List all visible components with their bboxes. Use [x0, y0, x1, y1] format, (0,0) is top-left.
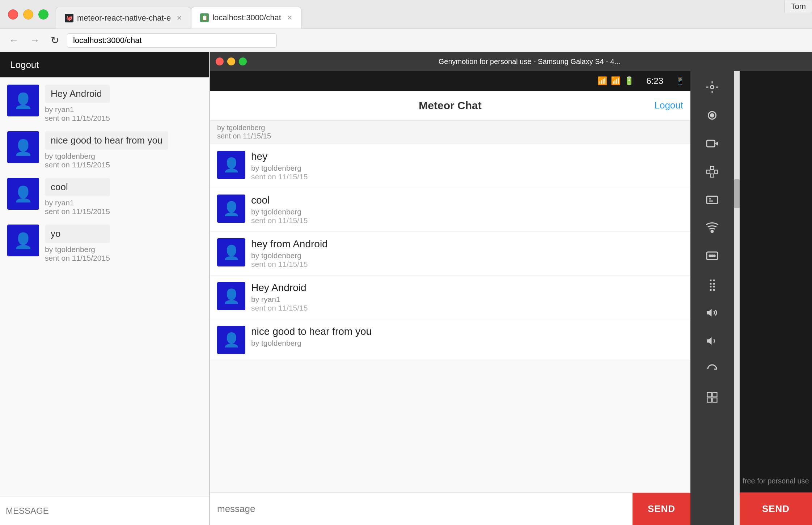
gps-tool[interactable] — [696, 74, 728, 100]
android-message-body: cool by tgoldenberg sent on 11/15/15 — [251, 195, 683, 225]
svg-rect-24 — [713, 393, 717, 397]
android-right-send-button[interactable]: SEND — [740, 492, 812, 525]
minimize-button[interactable] — [23, 9, 33, 20]
android-message-text: Hey Android — [251, 282, 683, 294]
svg-rect-13 — [707, 196, 718, 204]
rotate-tool[interactable] — [696, 357, 728, 382]
scrollbar-thumb[interactable] — [734, 179, 740, 208]
free-label: free for personal use — [743, 477, 809, 485]
close-button[interactable] — [8, 9, 18, 20]
android-statusbar: 📶 📶 🔋 6:23 📱 — [210, 71, 690, 91]
android-message-input[interactable] — [210, 503, 633, 515]
message-bubble: yo — [45, 225, 110, 243]
prev-messages-header: by tgoldenberg sent on 11/15/15 — [210, 120, 690, 144]
message-by: by ryan1 — [45, 199, 110, 207]
svg-rect-7 — [707, 140, 715, 147]
chat-tool[interactable] — [696, 244, 728, 269]
message-bubble: nice good to hear from you — [45, 131, 168, 150]
url-text: localhost:3000/chat — [73, 36, 142, 45]
svg-point-6 — [711, 114, 714, 117]
message-content: nice good to hear from you by tgoldenber… — [45, 131, 168, 169]
volume-up-tool[interactable] — [696, 300, 728, 325]
android-message-by: by tgoldenberg — [251, 251, 683, 260]
android-message-item: 👤 cool by tgoldenberg sent on 11/15/15 — [210, 188, 690, 232]
tab-local[interactable]: 📋 localhost:3000/chat ✕ — [191, 7, 301, 29]
avatar: 👤 — [217, 282, 245, 310]
refresh-button[interactable]: ↻ — [48, 33, 62, 48]
back-button[interactable]: ← — [6, 33, 22, 48]
android-messages-list[interactable]: 👤 hey by tgoldenberg sent on 11/15/15 👤 — [210, 144, 690, 492]
statusbar-icons: 📶 📶 🔋 — [597, 76, 634, 86]
android-message-sent: sent on 11/15/15 — [251, 304, 683, 312]
message-bubble: cool — [45, 178, 110, 196]
gen-fullscreen-button[interactable] — [239, 57, 247, 65]
message-text: yo — [51, 228, 60, 239]
person-icon: 👤 — [223, 157, 240, 173]
tom-badge: Tom — [784, 0, 812, 13]
dpad-tool[interactable] — [696, 159, 728, 184]
svg-rect-11 — [707, 170, 710, 174]
avatar: 👤 — [217, 151, 245, 179]
android-right-panel: free for personal use SEND — [740, 71, 812, 525]
message-by: by ryan1 — [45, 105, 110, 114]
avatar: 👤 — [7, 225, 39, 256]
svg-marker-21 — [707, 309, 712, 317]
web-message-item: 👤 yo by tgoldenberg sent on 11/15/2015 — [7, 225, 202, 262]
android-input-row: SEND — [210, 492, 690, 525]
svg-point-20 — [714, 255, 715, 257]
mac-titlebar: 🐙 meteor-react-native-chat-e ✕ 📋 localho… — [0, 0, 812, 29]
browser-navbar: ← → ↻ localhost:3000/chat — [0, 29, 812, 52]
tab-github-close[interactable]: ✕ — [177, 14, 182, 22]
gen-close-button[interactable] — [216, 57, 224, 65]
android-app-header: Meteor Chat Logout — [210, 91, 690, 120]
android-message-by: by tgoldenberg — [251, 208, 683, 216]
android-message-by: by tgoldenberg — [251, 339, 683, 347]
genymotion-sidebar: ⣿ — [690, 71, 734, 525]
android-message-item: 👤 hey by tgoldenberg sent on 11/15/15 — [210, 144, 690, 188]
android-message-item: 👤 Hey Android by ryan1 sent on 11/15/15 — [210, 276, 690, 319]
svg-rect-23 — [707, 393, 712, 397]
tab-local-close[interactable]: ✕ — [287, 14, 292, 22]
genymotion-title: Genymotion for personal use - Samsung Ga… — [253, 57, 806, 66]
avatar: 👤 — [7, 178, 39, 210]
avatar: 👤 — [217, 238, 245, 266]
volume-down-tool[interactable] — [696, 328, 728, 354]
forward-button[interactable]: → — [27, 33, 43, 48]
message-sent: sent on 11/15/2015 — [45, 161, 168, 169]
wifi-status-icon: 📶 — [597, 76, 607, 86]
svg-rect-26 — [713, 398, 717, 402]
web-message-input[interactable] — [6, 506, 203, 516]
camera-tool[interactable] — [696, 103, 728, 128]
signal-tool[interactable] — [696, 215, 728, 241]
prev-by: by tgoldenberg — [217, 124, 683, 132]
person-icon: 👤 — [223, 288, 240, 304]
main-content: Logout 👤 Hey Android by ryan1 sent on 11… — [0, 52, 812, 525]
genymotion-titlebar: Genymotion for personal use - Samsung Ga… — [210, 52, 812, 71]
web-logout-button[interactable]: Logout — [10, 59, 39, 71]
message-sent: sent on 11/15/2015 — [45, 114, 110, 123]
android-send-button[interactable]: SEND — [633, 493, 690, 525]
avatar: 👤 — [7, 85, 39, 116]
url-bar[interactable]: localhost:3000/chat — [67, 33, 277, 48]
message-sent: sent on 11/15/2015 — [45, 254, 110, 262]
message-text: nice good to hear from you — [51, 135, 162, 146]
tab-github[interactable]: 🐙 meteor-react-native-chat-e ✕ — [56, 7, 191, 29]
android-logout-button[interactable]: Logout — [654, 100, 683, 111]
scale-tool[interactable] — [696, 385, 728, 410]
fullscreen-button[interactable] — [38, 9, 48, 20]
android-message-sent: sent on 11/15/15 — [251, 216, 683, 225]
texture-tool[interactable]: ⣿ — [696, 272, 728, 297]
android-message-body: Hey Android by ryan1 sent on 11/15/15 — [251, 282, 683, 312]
person-icon: 👤 — [14, 232, 33, 249]
video-tool[interactable] — [696, 131, 728, 156]
scrollbar[interactable] — [734, 71, 740, 525]
android-message-body: hey from Android by tgoldenberg sent on … — [251, 238, 683, 269]
android-message-text: hey — [251, 151, 683, 162]
svg-point-16 — [711, 230, 713, 232]
tab-github-label: meteor-react-native-chat-e — [77, 13, 171, 23]
android-app: 📶 📶 🔋 6:23 📱 Meteor Chat Logout — [210, 71, 690, 525]
id-tool[interactable] — [696, 187, 728, 213]
gen-minimize-button[interactable] — [227, 57, 235, 65]
tab-local-label: localhost:3000/chat — [212, 13, 281, 22]
message-text: Hey Android — [51, 88, 102, 99]
